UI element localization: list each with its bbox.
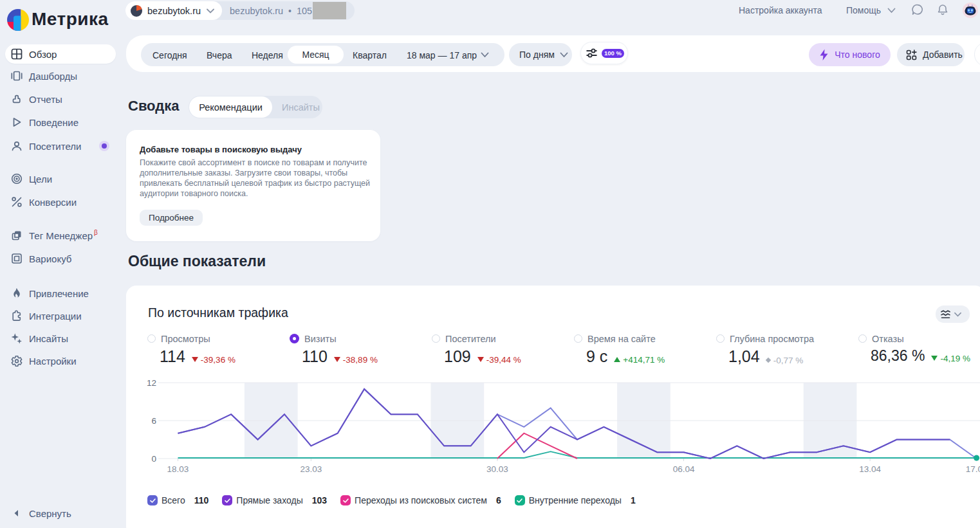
svg-text:23.03: 23.03: [300, 464, 322, 474]
svg-text:18.03: 18.03: [167, 464, 189, 474]
svg-text:06.04: 06.04: [673, 464, 695, 474]
svg-text:17.04: 17.04: [966, 464, 980, 474]
svg-text:30.03: 30.03: [486, 464, 508, 474]
svg-text:12: 12: [147, 378, 156, 388]
svg-text:13.04: 13.04: [859, 464, 881, 474]
svg-text:0: 0: [151, 454, 156, 464]
svg-text:6: 6: [151, 416, 156, 426]
